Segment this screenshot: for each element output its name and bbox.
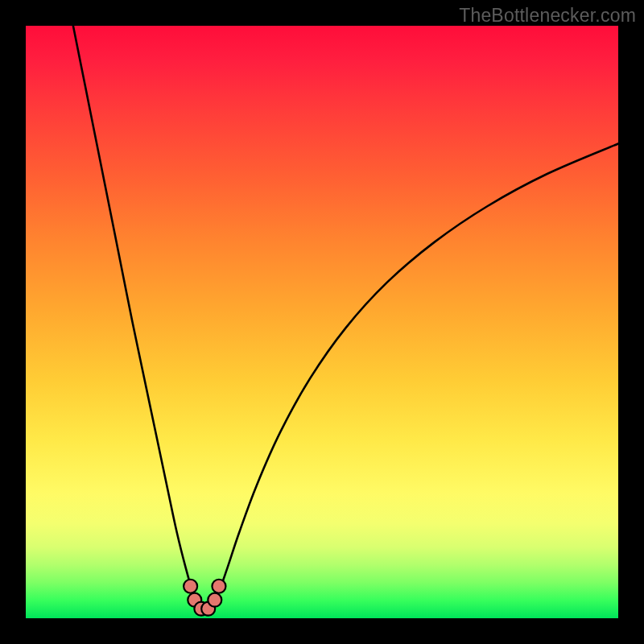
bottleneck-curve bbox=[73, 26, 618, 613]
bottleneck-marker bbox=[208, 593, 221, 607]
chart-frame: TheBottlenecker.com bbox=[0, 0, 644, 644]
bottleneck-marker bbox=[184, 580, 197, 593]
watermark-text: TheBottlenecker.com bbox=[459, 5, 636, 27]
plot-area bbox=[26, 26, 618, 618]
curve-layer bbox=[26, 26, 618, 618]
bottleneck-marker bbox=[212, 580, 225, 593]
marker-group bbox=[184, 580, 225, 616]
